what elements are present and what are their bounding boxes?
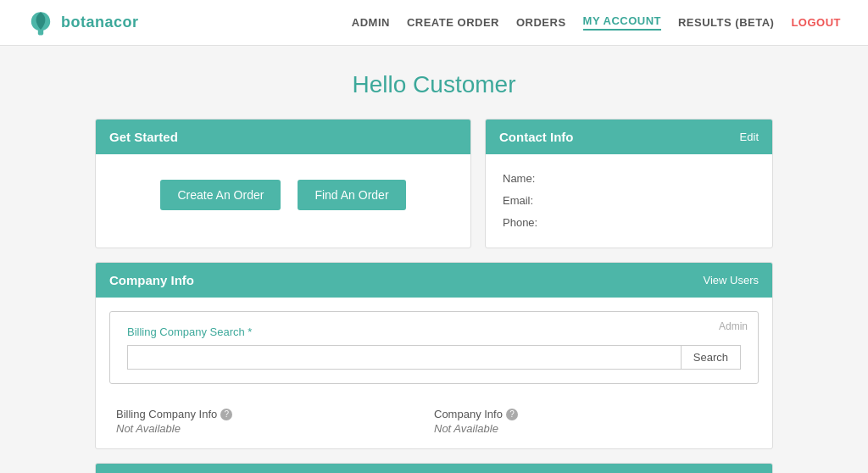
nav-admin[interactable]: ADMIN bbox=[352, 16, 390, 29]
company-fields-row: Billing Company Info ? Not Available Com… bbox=[96, 398, 772, 448]
get-started-body: Create An Order Find An Order bbox=[96, 154, 470, 236]
company-info-label: Company Info ? bbox=[434, 408, 752, 420]
main-nav: ADMIN CREATE ORDER ORDERS MY ACCOUNT RES… bbox=[352, 14, 841, 31]
billing-company-help-icon[interactable]: ? bbox=[220, 409, 232, 420]
company-info-header: Company Info View Users bbox=[96, 263, 772, 298]
contact-info-body: Name: Email: Phone: bbox=[486, 154, 772, 248]
get-started-title: Get Started bbox=[109, 130, 178, 144]
phone-label: Phone: bbox=[503, 216, 537, 229]
header: botanacor ADMIN CREATE ORDER ORDERS MY A… bbox=[0, 0, 868, 46]
nav-create-order[interactable]: CREATE ORDER bbox=[407, 16, 499, 29]
nav-my-account[interactable]: MY ACCOUNT bbox=[583, 14, 661, 31]
nav-results-beta[interactable]: RESULTS (BETA) bbox=[678, 16, 774, 29]
nav-logout[interactable]: LOGOUT bbox=[791, 16, 841, 29]
logo-area: botanacor bbox=[27, 9, 139, 36]
view-users-link[interactable]: View Users bbox=[703, 274, 759, 287]
company-info-title: Company Info bbox=[109, 273, 194, 287]
billing-company-label: Billing Company Info ? bbox=[116, 408, 434, 420]
page-title: Hello Customer bbox=[95, 71, 773, 98]
name-label: Name: bbox=[503, 172, 535, 185]
billing-search-label: Billing Company Search * bbox=[127, 326, 741, 338]
email-label: Email: bbox=[503, 194, 533, 207]
contact-name-field: Name: bbox=[503, 168, 755, 190]
billing-search-input[interactable] bbox=[127, 345, 681, 370]
edit-contact-link[interactable]: Edit bbox=[740, 131, 759, 143]
contact-info-section: Contact Info Edit Name: Email: Phone: bbox=[485, 119, 773, 248]
billing-company-block: Billing Company Info ? Not Available bbox=[116, 408, 434, 435]
billing-search-box: Admin Billing Company Search * Search bbox=[109, 311, 759, 384]
company-info-section: Company Info View Users Admin Billing Co… bbox=[95, 262, 773, 449]
company-info-block: Company Info ? Not Available bbox=[434, 408, 752, 435]
top-card-row: Get Started Create An Order Find An Orde… bbox=[95, 119, 773, 248]
admin-label: Admin bbox=[719, 320, 748, 332]
recent-orders-header: Your Recent Orders More Orders bbox=[96, 464, 772, 473]
company-info-value: Not Available bbox=[434, 422, 752, 435]
recent-orders-section: Your Recent Orders More Orders No orders… bbox=[95, 463, 773, 473]
billing-search-row: Search bbox=[127, 345, 741, 370]
find-order-button[interactable]: Find An Order bbox=[298, 180, 405, 210]
contact-info-title: Contact Info bbox=[499, 130, 574, 144]
get-started-header: Get Started bbox=[96, 120, 470, 154]
billing-company-value: Not Available bbox=[116, 422, 434, 435]
billing-search-button[interactable]: Search bbox=[681, 345, 741, 370]
contact-phone-field: Phone: bbox=[503, 212, 755, 234]
get-started-section: Get Started Create An Order Find An Orde… bbox=[95, 119, 471, 248]
nav-orders[interactable]: ORDERS bbox=[516, 16, 566, 29]
company-info-help-icon[interactable]: ? bbox=[506, 409, 518, 420]
create-order-button[interactable]: Create An Order bbox=[160, 180, 281, 210]
logo-icon bbox=[27, 9, 54, 36]
main-content: Hello Customer Get Started Create An Ord… bbox=[78, 46, 790, 473]
logo-text: botanacor bbox=[61, 14, 139, 31]
contact-email-field: Email: bbox=[503, 190, 755, 212]
contact-info-header: Contact Info Edit bbox=[486, 120, 772, 154]
